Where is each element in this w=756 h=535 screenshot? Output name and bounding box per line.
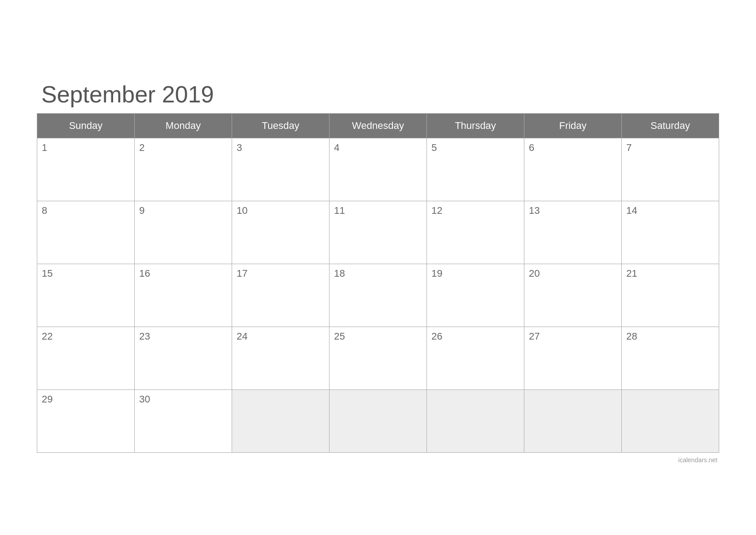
day-number: 23: [139, 331, 227, 342]
header-cell-saturday: Saturday: [622, 113, 719, 138]
day-number: 11: [334, 205, 422, 217]
day-cell: 25: [330, 327, 427, 389]
day-number: 21: [626, 268, 714, 279]
day-cell: 10: [232, 201, 330, 264]
week-row-3: 15161718192021: [37, 264, 719, 327]
day-number: 20: [529, 268, 617, 279]
day-number: 7: [626, 142, 714, 154]
day-cell: 26: [427, 327, 524, 389]
day-cell: [232, 389, 330, 452]
footer-text: icalendars.net: [37, 456, 719, 464]
day-cell: [524, 389, 622, 452]
day-cell: 16: [135, 264, 232, 327]
day-number: 4: [334, 142, 422, 154]
day-number: 6: [529, 142, 617, 154]
day-number: 29: [42, 394, 130, 405]
day-cell: 1: [37, 138, 135, 201]
day-number: 10: [237, 205, 325, 217]
day-number: 30: [139, 394, 227, 405]
day-number: 9: [139, 205, 227, 217]
day-cell: 13: [524, 201, 622, 264]
day-number: 1: [42, 142, 130, 154]
day-cell: 17: [232, 264, 330, 327]
day-number: 3: [237, 142, 325, 154]
day-cell: 11: [330, 201, 427, 264]
week-row-2: 891011121314: [37, 201, 719, 264]
day-number: 16: [139, 268, 227, 279]
week-row-4: 22232425262728: [37, 327, 719, 389]
day-cell: 29: [37, 389, 135, 452]
day-cell: 6: [524, 138, 622, 201]
day-number: 28: [626, 331, 714, 342]
header-row: SundayMondayTuesdayWednesdayThursdayFrid…: [37, 113, 719, 138]
day-number: 17: [237, 268, 325, 279]
header-cell-sunday: Sunday: [37, 113, 135, 138]
day-cell: 7: [622, 138, 719, 201]
day-cell: 20: [524, 264, 622, 327]
day-number: 18: [334, 268, 422, 279]
day-cell: 30: [135, 389, 232, 452]
day-cell: 12: [427, 201, 524, 264]
header-cell-monday: Monday: [135, 113, 232, 138]
day-cell: 4: [330, 138, 427, 201]
day-cell: 5: [427, 138, 524, 201]
header-cell-thursday: Thursday: [427, 113, 524, 138]
day-cell: 9: [135, 201, 232, 264]
day-number: 24: [237, 331, 325, 342]
day-cell: 21: [622, 264, 719, 327]
day-cell: 18: [330, 264, 427, 327]
day-cell: 19: [427, 264, 524, 327]
day-cell: 14: [622, 201, 719, 264]
header-cell-friday: Friday: [524, 113, 622, 138]
day-cell: 22: [37, 327, 135, 389]
day-number: 19: [431, 268, 519, 279]
day-cell: 8: [37, 201, 135, 264]
day-number: 15: [42, 268, 130, 279]
day-cell: 28: [622, 327, 719, 389]
day-number: 27: [529, 331, 617, 342]
day-cell: 2: [135, 138, 232, 201]
day-cell: [330, 389, 427, 452]
calendar-page: September 2019 SundayMondayTuesdayWednes…: [28, 63, 728, 473]
day-cell: 3: [232, 138, 330, 201]
day-number: 13: [529, 205, 617, 217]
day-number: 2: [139, 142, 227, 154]
day-cell: 27: [524, 327, 622, 389]
day-cell: [622, 389, 719, 452]
header-cell-tuesday: Tuesday: [232, 113, 330, 138]
week-row-5: 2930: [37, 389, 719, 452]
day-cell: [427, 389, 524, 452]
day-number: 14: [626, 205, 714, 217]
week-row-1: 1234567: [37, 138, 719, 201]
header-cell-wednesday: Wednesday: [330, 113, 427, 138]
calendar-table: SundayMondayTuesdayWednesdayThursdayFrid…: [37, 113, 719, 453]
day-cell: 23: [135, 327, 232, 389]
day-number: 25: [334, 331, 422, 342]
day-number: 26: [431, 331, 519, 342]
day-number: 5: [431, 142, 519, 154]
day-number: 8: [42, 205, 130, 217]
day-cell: 15: [37, 264, 135, 327]
day-cell: 24: [232, 327, 330, 389]
month-title: September 2019: [37, 81, 719, 108]
day-number: 22: [42, 331, 130, 342]
day-number: 12: [431, 205, 519, 217]
